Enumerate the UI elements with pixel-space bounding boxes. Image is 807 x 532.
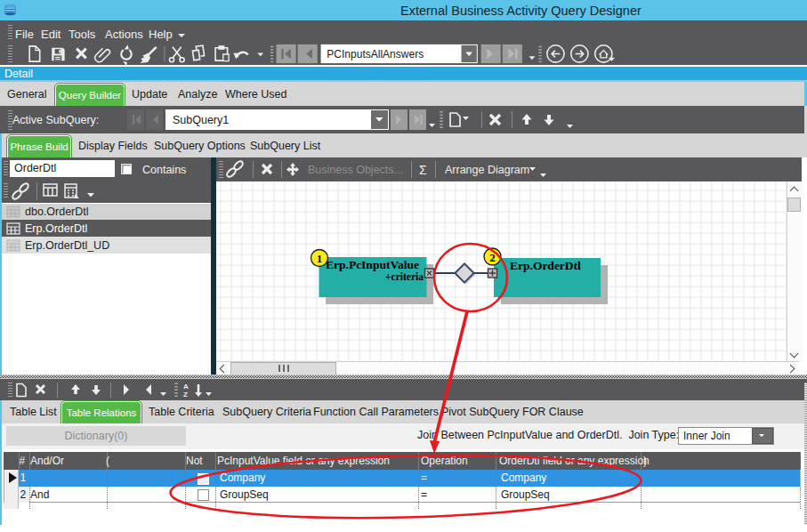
svg-text:Z: Z	[183, 391, 188, 399]
svg-text:Arrange Diagram: Arrange Diagram	[445, 164, 529, 176]
svg-text:Σ: Σ	[419, 163, 427, 177]
svg-text:Erp.PcInputValue: Erp.PcInputValue	[326, 258, 419, 271]
svg-text:SubQuery1: SubQuery1	[173, 114, 229, 126]
svg-text:Business Objects...: Business Objects...	[308, 164, 403, 176]
svg-text:1: 1	[317, 252, 323, 265]
svg-text:A: A	[183, 383, 189, 391]
svg-text:PCInputsAllAnswers: PCInputsAllAnswers	[327, 48, 424, 60]
svg-text:+criteria: +criteria	[385, 271, 424, 282]
svg-text:Erp.OrderDtl: Erp.OrderDtl	[510, 259, 581, 272]
svg-text:2: 2	[489, 251, 496, 264]
